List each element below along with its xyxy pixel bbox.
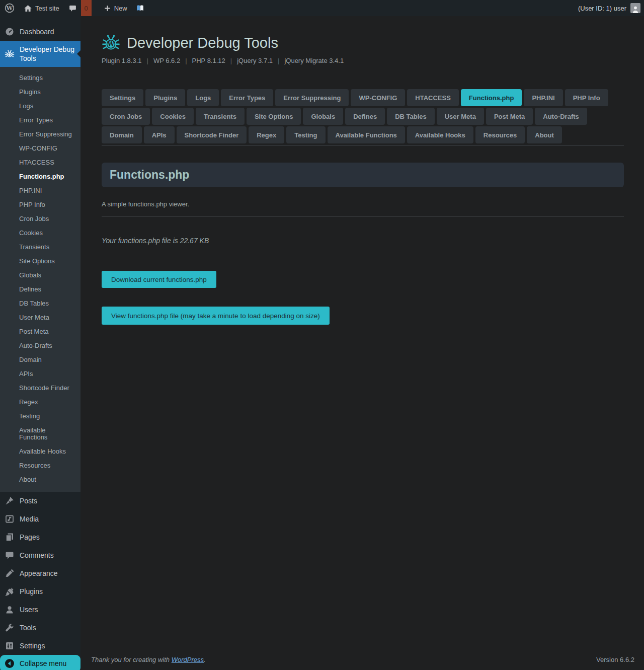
tab-testing[interactable]: Testing	[286, 126, 325, 143]
sidebar-sub-item-domain[interactable]: Domain	[0, 353, 80, 367]
sidebar-sub-item-regex[interactable]: Regex	[0, 395, 80, 409]
page-title: Developer Debug Tools	[127, 35, 278, 51]
sidebar-item-tools[interactable]: Tools	[0, 619, 80, 637]
sidebar-sub-item-htaccess[interactable]: HTACCESS	[0, 156, 80, 170]
sidebar-sub-item-logs[interactable]: Logs	[0, 99, 80, 113]
tab-php-ini[interactable]: PHP.INI	[524, 89, 562, 106]
sidebar-sub-item-available-functions[interactable]: Available Functions	[0, 423, 80, 444]
sidebar-sub-item-post-meta[interactable]: Post Meta	[0, 325, 80, 339]
sidebar-sub-item-error-types[interactable]: Error Types	[0, 113, 80, 127]
footer-thanks-period: .	[204, 656, 206, 663]
comments-icon	[5, 550, 15, 560]
sidebar-sub-item-testing[interactable]: Testing	[0, 409, 80, 423]
sidebar-item-posts[interactable]: Posts	[0, 492, 80, 510]
site-name-menu[interactable]: Test site	[19, 0, 64, 16]
sidebar-sub-item-available-hooks[interactable]: Available Hooks	[0, 444, 80, 459]
main-content: W Developer Debug Tools Plugin 1.8.3.1|W…	[80, 16, 644, 670]
tab-logs[interactable]: Logs	[187, 89, 219, 106]
tab-site-options[interactable]: Site Options	[247, 108, 301, 125]
tab-shortcode-finder[interactable]: Shortcode Finder	[177, 126, 247, 143]
view-functions-button[interactable]: View functions.php file (may take a minu…	[102, 307, 330, 325]
tab-defines[interactable]: Defines	[345, 108, 385, 125]
sidebar-item-label: Pages	[20, 533, 40, 542]
sidebar-sub-item-apis[interactable]: APIs	[0, 367, 80, 381]
footer-thanks-text: Thank you for creating with	[91, 656, 172, 663]
sidebar-item-media[interactable]: Media	[0, 510, 80, 528]
page-inner: W Developer Debug Tools Plugin 1.8.3.1|W…	[91, 16, 634, 325]
sidebar-item-comments[interactable]: Comments	[0, 546, 80, 564]
sidebar-sub-item-plugins[interactable]: Plugins	[0, 85, 80, 99]
sidebar-item-users[interactable]: Users	[0, 601, 80, 619]
sidebar-item-label: Posts	[20, 496, 37, 505]
sidebar-sub-item-cron-jobs[interactable]: Cron Jobs	[0, 212, 80, 226]
tab-auto-drafts[interactable]: Auto-Drafts	[535, 108, 587, 125]
sidebar-sub-item-wp-config[interactable]: WP-CONFIG	[0, 141, 80, 156]
collapse-arrow-icon	[5, 658, 15, 668]
tab-htaccess[interactable]: HTACCESS	[407, 89, 459, 106]
wordpress-logo-menu[interactable]: W	[0, 0, 19, 16]
paintbrush-icon	[5, 568, 15, 578]
sidebar-item-label: Settings	[20, 641, 45, 650]
tab-globals[interactable]: Globals	[303, 108, 343, 125]
sidebar-item-settings[interactable]: Settings	[0, 637, 80, 655]
sidebar-sub-item-resources[interactable]: Resources	[0, 459, 80, 473]
sidebar-item-developer-debug-tools[interactable]: Developer Debug Tools	[0, 41, 80, 67]
sidebar-sub-item-transients[interactable]: Transients	[0, 240, 80, 254]
sidebar-sub-item-php-info[interactable]: PHP Info	[0, 198, 80, 212]
sidebar-sub-item-user-meta[interactable]: User Meta	[0, 311, 80, 325]
page-wrap: Dashboard Developer Debug Tools Settings…	[0, 16, 644, 670]
tab-apis[interactable]: APIs	[144, 126, 175, 143]
tab-resources[interactable]: Resources	[475, 126, 525, 143]
download-functions-button[interactable]: Download current functions.php	[102, 271, 216, 288]
sidebar-item-appearance[interactable]: Appearance	[0, 564, 80, 582]
sidebar-sub-item-functions-php[interactable]: Functions.php	[0, 170, 80, 184]
tab-available-functions[interactable]: Available Functions	[328, 126, 405, 143]
settings-sliders-icon	[5, 641, 15, 651]
tab-transients[interactable]: Transients	[196, 108, 245, 125]
tab-post-meta[interactable]: Post Meta	[486, 108, 533, 125]
sidebar-sub-item-error-suppressing[interactable]: Error Suppressing	[0, 127, 80, 141]
sidebar-sub-item-globals[interactable]: Globals	[0, 268, 80, 282]
section-heading: Functions.php	[102, 163, 624, 187]
page-header: W Developer Debug Tools	[102, 34, 624, 51]
tab-cookies[interactable]: Cookies	[152, 108, 194, 125]
tab-regex[interactable]: Regex	[249, 126, 284, 143]
sidebar-item-pages[interactable]: Pages	[0, 528, 80, 546]
tab-available-hooks[interactable]: Available Hooks	[407, 126, 473, 143]
pushpin-icon	[5, 496, 15, 506]
comments-menu[interactable]: 0	[64, 0, 92, 16]
sidebar-item-plugins[interactable]: Plugins	[0, 582, 80, 601]
sidebar-sub-item-shortcode-finder[interactable]: Shortcode Finder	[0, 381, 80, 395]
sidebar-sub-item-db-tables[interactable]: DB Tables	[0, 296, 80, 311]
tab-cron-jobs[interactable]: Cron Jobs	[102, 108, 150, 125]
my-account-menu[interactable]: (User ID: 1) user	[578, 3, 644, 13]
site-name-label: Test site	[35, 5, 59, 12]
new-content-menu[interactable]: New	[99, 0, 132, 16]
tab-db-tables[interactable]: DB Tables	[387, 108, 435, 125]
comment-bubble-icon	[68, 4, 77, 13]
tab-error-suppressing[interactable]: Error Suppressing	[275, 89, 349, 106]
wordpress-link[interactable]: WordPress	[172, 656, 204, 663]
admin-footer: Thank you for creating with WordPress. V…	[91, 656, 634, 670]
tab-about[interactable]: About	[527, 126, 562, 143]
tab-php-info[interactable]: PHP Info	[565, 89, 608, 106]
tab-wp-config[interactable]: WP-CONFIG	[351, 89, 405, 106]
sidebar-sub-item-about[interactable]: About	[0, 473, 80, 487]
tab-error-types[interactable]: Error Types	[221, 89, 273, 106]
collapse-menu-button[interactable]: Collapse menu	[0, 655, 80, 670]
book-toolbar-button[interactable]	[132, 0, 148, 16]
user-icon	[5, 605, 15, 615]
tab-user-meta[interactable]: User Meta	[437, 108, 484, 125]
sidebar-sub-item-auto-drafts[interactable]: Auto-Drafts	[0, 339, 80, 353]
tab-plugins[interactable]: Plugins	[145, 89, 185, 106]
sidebar-sub-item-defines[interactable]: Defines	[0, 282, 80, 296]
sidebar-sub-item-site-options[interactable]: Site Options	[0, 254, 80, 268]
tab-domain[interactable]: Domain	[102, 126, 142, 143]
tab-functions-php[interactable]: Functions.php	[461, 89, 522, 106]
sidebar-sub-item-cookies[interactable]: Cookies	[0, 226, 80, 240]
sidebar-sub-item-settings[interactable]: Settings	[0, 71, 80, 85]
user-label: (User ID: 1) user	[578, 5, 626, 12]
sidebar-sub-item-php-ini[interactable]: PHP.INI	[0, 184, 80, 198]
sidebar-item-dashboard[interactable]: Dashboard	[0, 23, 80, 41]
tab-settings[interactable]: Settings	[102, 89, 143, 106]
